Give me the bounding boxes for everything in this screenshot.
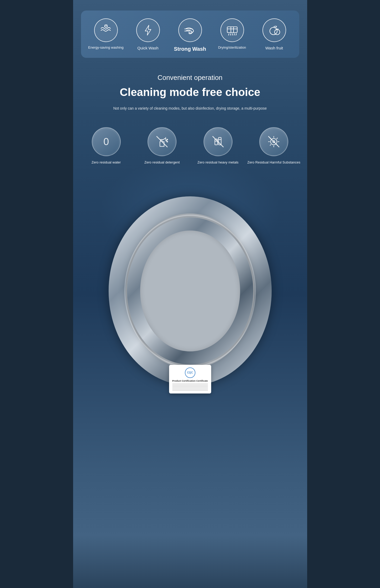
description: Not only can a variety of cleaning modes… <box>86 105 294 111</box>
waves-icon <box>99 23 113 37</box>
cert-logo: CQC <box>185 367 195 378</box>
zero-number-icon: 0 <box>103 137 109 147</box>
zero-detergent-icon-circle <box>148 127 176 156</box>
text-section: Convenient operation Cleaning mode free … <box>73 63 307 122</box>
wash-fruit-icon-circle <box>262 18 286 42</box>
zero-detergent-label: Zero residual detergent <box>144 160 180 165</box>
feature-zero-water: 0 Zero residual water <box>78 127 134 165</box>
svg-line-32 <box>270 145 271 145</box>
energy-saving-icon-circle <box>94 18 118 42</box>
feature-zero-detergent: Zero residual detergent <box>134 127 190 165</box>
svg-marker-1 <box>145 25 151 35</box>
zero-metals-icon-circle <box>204 127 232 156</box>
svg-line-6 <box>229 34 229 35</box>
svg-point-11 <box>270 27 277 35</box>
svg-line-9 <box>234 34 235 35</box>
subtitle: Convenient operation <box>86 74 294 82</box>
mode-drying: Drying/sterilization <box>211 18 253 50</box>
cert-line-3 <box>172 386 208 387</box>
cert-line-4 <box>172 387 208 388</box>
cert-line-5 <box>172 389 208 390</box>
svg-point-14 <box>166 140 167 141</box>
quick-wash-icon-circle <box>136 18 160 42</box>
bolt-icon <box>141 23 155 37</box>
modes-panel: Energy-saving washing Quick Wash Stro <box>81 11 299 58</box>
svg-point-15 <box>167 139 168 140</box>
svg-point-16 <box>167 141 168 142</box>
cert-line-6 <box>172 390 208 391</box>
zero-harmful-icon-circle <box>259 127 288 156</box>
wind-icon <box>183 23 197 37</box>
main-container: Energy-saving washing Quick Wash Stro <box>73 0 307 588</box>
big-o-section: CQC Product Certification Certificate <box>73 173 307 409</box>
cert-line-1 <box>172 384 208 384</box>
svg-line-31 <box>277 138 277 139</box>
certificate-box: CQC Product Certification Certificate <box>169 365 211 394</box>
energy-saving-label: Energy-saving washing <box>88 45 123 50</box>
mode-quick-wash: Quick Wash <box>127 18 169 51</box>
drying-icon-circle <box>220 18 244 42</box>
no-bacteria-icon <box>266 134 282 150</box>
feature-zero-harmful: Zero Residual Harmful Substances <box>246 127 302 165</box>
no-metals-icon <box>210 134 226 150</box>
zero-water-icon-circle: 0 <box>92 127 121 156</box>
cert-lines <box>172 384 208 391</box>
zero-harmful-label: Zero Residual Harmful Substances <box>247 160 300 165</box>
cert-title: Product Certification Certificate <box>172 380 208 383</box>
mode-wash-fruit: Wash fruit <box>253 18 295 51</box>
strong-wash-icon-circle <box>178 18 202 42</box>
quick-wash-label: Quick Wash <box>137 45 158 51</box>
zero-water-label: Zero residual water <box>92 160 121 165</box>
svg-line-10 <box>236 34 236 35</box>
fruit-icon <box>267 23 281 37</box>
bg-mountains <box>73 535 307 588</box>
cert-line-2 <box>172 385 208 386</box>
main-title: Cleaning mode free choice <box>86 86 294 99</box>
svg-line-17 <box>213 136 223 147</box>
strong-wash-label: Strong Wash <box>174 45 206 53</box>
no-spray-icon <box>154 134 170 150</box>
feature-zero-metals: Zero residual heavy metals <box>190 127 246 165</box>
mode-strong-wash: Strong Wash <box>169 18 211 53</box>
zero-metals-label: Zero residual heavy metals <box>197 160 239 165</box>
svg-line-7 <box>230 34 231 35</box>
svg-line-8 <box>232 34 233 35</box>
svg-rect-2 <box>227 27 237 33</box>
grid-heat-icon <box>225 23 239 37</box>
drying-label: Drying/sterilization <box>218 45 246 50</box>
big-o-container <box>105 192 276 390</box>
ring-shine <box>124 215 256 367</box>
wash-fruit-label: Wash fruit <box>265 45 283 51</box>
features-row: 0 Zero residual water Zero residua <box>73 122 307 173</box>
mode-energy-saving: Energy-saving washing <box>85 18 127 50</box>
